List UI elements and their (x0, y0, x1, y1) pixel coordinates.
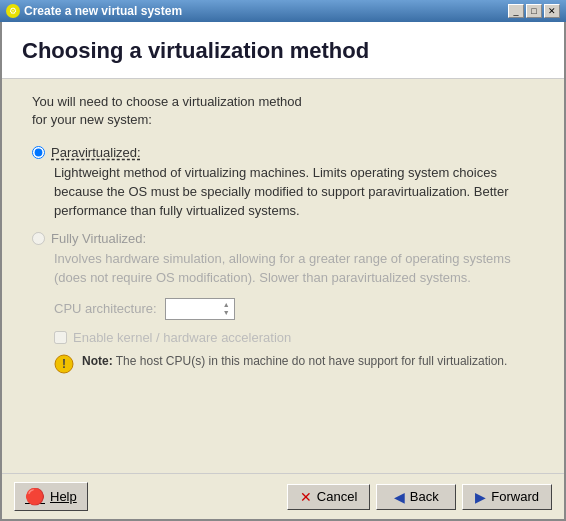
fullvirt-label[interactable]: Fully Virtualized: (32, 231, 534, 246)
accel-checkbox-row: Enable kernel / hardware acceleration (54, 330, 534, 345)
title-bar-left: ⚙ Create a new virtual system (6, 4, 182, 18)
cpu-select-arrow: ▲ ▼ (223, 301, 230, 316)
paravirt-desc: Lightweight method of virtualizing machi… (54, 164, 534, 221)
heading-bar: Choosing a virtualization method (2, 22, 564, 79)
cpu-label: CPU architecture: (54, 301, 157, 316)
title-bar-controls: _ □ ✕ (508, 4, 560, 18)
footer: 🔴 Help ✕ Cancel ◀ Back ▶ Forward (2, 473, 564, 519)
body-area: You will need to choose a virtualization… (2, 79, 564, 473)
note-row: ! Note: The host CPU(s) in this machine … (54, 353, 534, 374)
back-label: Back (410, 489, 439, 504)
accel-checkbox[interactable] (54, 331, 67, 344)
note-bold: Note: (82, 354, 113, 368)
note-text: Note: The host CPU(s) in this machine do… (82, 353, 507, 370)
paravirt-radio[interactable] (32, 146, 45, 159)
fullvirt-desc: Involves hardware simulation, allowing f… (54, 250, 534, 288)
cancel-button[interactable]: ✕ Cancel (287, 484, 370, 510)
accel-label: Enable kernel / hardware acceleration (73, 330, 291, 345)
help-button[interactable]: 🔴 Help (14, 482, 88, 511)
footer-right: ✕ Cancel ◀ Back ▶ Forward (287, 484, 552, 510)
forward-button[interactable]: ▶ Forward (462, 484, 552, 510)
warning-icon: ! (54, 354, 74, 374)
back-button[interactable]: ◀ Back (376, 484, 456, 510)
fullvirt-option: Fully Virtualized: Involves hardware sim… (32, 231, 534, 288)
forward-label: Forward (491, 489, 539, 504)
window-title: Create a new virtual system (24, 4, 182, 18)
maximize-button[interactable]: □ (526, 4, 542, 18)
window-icon: ⚙ (6, 4, 20, 18)
note-content: The host CPU(s) in this machine do not h… (113, 354, 508, 368)
page-title: Choosing a virtualization method (22, 38, 544, 64)
cpu-row: CPU architecture: ▲ ▼ (54, 298, 534, 320)
forward-icon: ▶ (475, 489, 486, 505)
paravirt-label[interactable]: Paravirtualized: (32, 145, 534, 160)
paravirt-option: Paravirtualized: Lightweight method of v… (32, 145, 534, 221)
intro-text: You will need to choose a virtualization… (32, 93, 534, 129)
cancel-label: Cancel (317, 489, 357, 504)
paravirt-label-text: Paravirtualized: (51, 145, 141, 160)
cancel-icon: ✕ (300, 489, 312, 505)
close-button[interactable]: ✕ (544, 4, 560, 18)
help-label: Help (50, 489, 77, 504)
title-bar: ⚙ Create a new virtual system _ □ ✕ (0, 0, 566, 22)
main-window: Choosing a virtualization method You wil… (0, 22, 566, 521)
minimize-button[interactable]: _ (508, 4, 524, 18)
fullvirt-label-text: Fully Virtualized: (51, 231, 146, 246)
svg-text:!: ! (62, 357, 66, 371)
help-icon: 🔴 (25, 487, 45, 506)
fullvirt-radio[interactable] (32, 232, 45, 245)
cpu-architecture-select[interactable]: ▲ ▼ (165, 298, 235, 320)
back-icon: ◀ (394, 489, 405, 505)
footer-left: 🔴 Help (14, 482, 88, 511)
